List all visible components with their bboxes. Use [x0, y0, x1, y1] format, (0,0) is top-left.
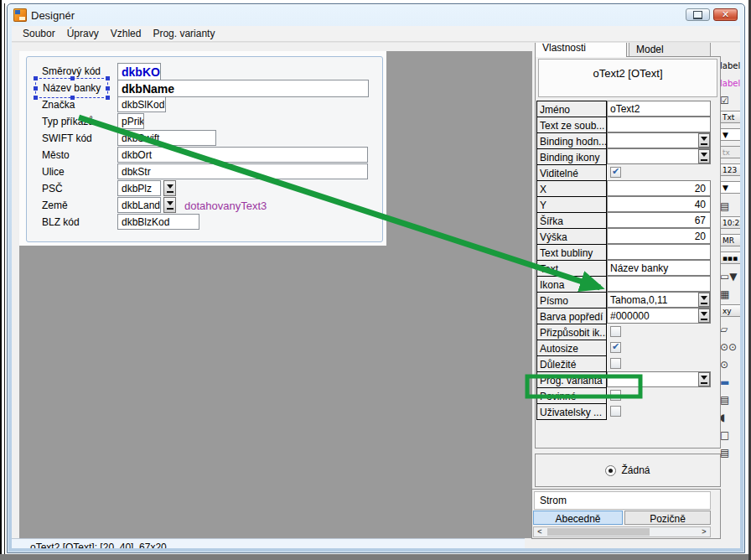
selection-handle[interactable] — [34, 96, 38, 100]
close-button[interactable]: ✕ — [713, 8, 738, 21]
minimize-button[interactable] — [686, 8, 710, 21]
designed-form-panel[interactable]: Směrový kóddkbKOdNázev bankydkbNameZnačk… — [26, 56, 383, 242]
title-bar[interactable]: Designér ✕ — [8, 4, 744, 26]
textbox-icon[interactable]: Txt — [720, 111, 740, 123]
button-icon[interactable]: ▬ — [720, 375, 740, 390]
selection-handle[interactable] — [106, 86, 110, 91]
prop-label[interactable]: Šířka — [536, 212, 607, 229]
prop-value[interactable] — [607, 244, 711, 260]
prop-dropdown-button[interactable] — [698, 309, 710, 323]
prop-checkbox[interactable] — [610, 358, 621, 369]
form-field-label[interactable]: Směrový kód — [42, 65, 101, 77]
menu-item-1[interactable]: Úpravy — [61, 26, 105, 41]
prop-value[interactable] — [607, 148, 711, 164]
combo-dropdown-button[interactable] — [163, 180, 176, 196]
prop-dropdown-button[interactable] — [698, 149, 710, 163]
menu-item-0[interactable]: Soubor — [17, 26, 61, 41]
label-icon[interactable]: label — [720, 58, 740, 73]
prop-label[interactable]: Text bubliny — [536, 244, 607, 261]
tab-page-icon[interactable]: xy — [720, 304, 740, 317]
prop-label[interactable]: Text ze soub... — [536, 117, 607, 133]
prop-label[interactable]: Písmo — [536, 292, 607, 309]
prop-checkbox[interactable] — [610, 342, 621, 353]
form-field-label[interactable]: BLZ kód — [42, 216, 80, 228]
prop-value[interactable] — [607, 371, 711, 387]
prop-label[interactable]: Autosize — [536, 340, 607, 356]
dropdown-icon[interactable]: ▼ — [720, 128, 740, 141]
linked-text-label[interactable]: dotahovanyText3 — [184, 200, 267, 212]
selection-handle[interactable] — [34, 76, 38, 80]
prop-value[interactable]: 67 — [607, 212, 711, 228]
prop-value[interactable]: #000000 — [607, 308, 711, 324]
prop-label[interactable]: Viditelné — [536, 164, 607, 181]
table-icon[interactable]: ▦ — [720, 287, 740, 302]
datetime-icon[interactable]: 10:25 — [720, 216, 740, 229]
form-field-label[interactable]: Město — [42, 149, 70, 161]
combo-dropdown-button[interactable] — [163, 197, 176, 213]
prop-checkbox[interactable] — [610, 406, 621, 417]
prop-checkbox[interactable] — [610, 167, 621, 178]
form-field-input[interactable]: dkbSlKod — [117, 96, 166, 112]
scroll-left-icon[interactable]: < — [534, 527, 546, 537]
group-icon[interactable]: ▱ — [720, 322, 740, 337]
selection-handle[interactable] — [106, 76, 110, 80]
prop-value[interactable] — [607, 276, 711, 292]
form-field-label[interactable]: Typ příkazů — [42, 116, 94, 127]
form-field-input[interactable]: dkbOrt — [117, 147, 368, 163]
prop-value[interactable] — [607, 117, 711, 132]
prop-label[interactable]: Binding ikony — [536, 148, 607, 165]
prop-value[interactable]: Tahoma,0,11 — [607, 292, 711, 308]
prop-checkbox[interactable] — [610, 390, 621, 401]
radio-group-icon[interactable]: ⊙⊙ — [720, 340, 740, 355]
combobox-icon[interactable]: ▭▼ — [720, 269, 740, 284]
form-field-input[interactable]: dkbBlzKod — [117, 214, 199, 230]
splitter-icon[interactable]: ▤ — [720, 445, 740, 460]
selection-handle[interactable] — [106, 96, 110, 100]
form-field-input[interactable]: dkbName — [117, 80, 369, 97]
dots-icon[interactable]: ▪▪▪ — [720, 251, 740, 264]
prop-label[interactable]: Přizpůsobit ik... — [536, 324, 607, 340]
dropdown2-icon[interactable]: ▼ — [720, 181, 740, 194]
prop-dropdown-button[interactable] — [698, 133, 710, 148]
prop-label[interactable]: Povinné — [536, 387, 607, 404]
prop-label[interactable]: Prog. varianta — [536, 371, 607, 388]
prop-value[interactable]: 20 — [607, 228, 711, 244]
prop-label[interactable]: Výška — [536, 228, 607, 245]
prop-value[interactable]: Název banky — [607, 260, 711, 276]
radio-zadna[interactable] — [605, 465, 616, 476]
form-field-label[interactable]: Ulice — [42, 166, 65, 178]
tree-sort-alphabetical-button[interactable]: Abecedně — [533, 511, 623, 525]
form-field-label[interactable]: Značka — [42, 99, 75, 111]
form-field-input[interactable]: dkbSwift — [117, 130, 216, 146]
prop-label[interactable]: Uživatelsky ... — [536, 403, 607, 420]
tree-horizontal-scrollbar[interactable]: < > — [533, 526, 711, 537]
prop-label[interactable]: X — [536, 180, 607, 197]
list-icon[interactable]: ▤ — [720, 392, 740, 407]
form-field-input[interactable]: dkbKOd — [117, 63, 161, 80]
prop-label[interactable]: Důležité — [536, 355, 607, 372]
menu-item-2[interactable]: Vzhled — [105, 26, 148, 41]
checkbox-icon[interactable]: ☑ — [720, 93, 740, 108]
grid-icon[interactable]: ▤ — [720, 199, 740, 214]
prop-value[interactable] — [607, 132, 711, 148]
selection-handle[interactable] — [34, 86, 38, 91]
form-field-label[interactable]: SWIFT kód — [42, 132, 92, 144]
form-field-input[interactable]: dkbLand — [117, 197, 161, 213]
prop-dropdown-button[interactable] — [698, 293, 710, 307]
prop-dropdown-button[interactable] — [698, 372, 710, 386]
prop-label[interactable]: Ikona — [536, 276, 607, 293]
prop-label[interactable]: Jméno — [536, 101, 607, 117]
label-colored-icon[interactable]: label — [720, 75, 740, 91]
form-field-input[interactable]: dbkStr — [117, 163, 368, 179]
prop-value[interactable]: 20 — [607, 180, 711, 196]
scroll-right-icon[interactable]: > — [698, 527, 710, 537]
bubble-icon[interactable]: ◖ — [720, 410, 740, 425]
menu-item-3[interactable]: Prog. varianty — [147, 26, 220, 41]
prop-label[interactable]: Binding hodn... — [536, 132, 607, 149]
number-field-icon[interactable]: 123 — [720, 163, 740, 176]
prop-label[interactable]: Barva popředí — [536, 308, 607, 324]
tab-vlastnosti[interactable]: Vlastnosti — [535, 42, 627, 57]
form-field-input[interactable]: dkbPlz — [117, 180, 161, 196]
prop-value[interactable]: 40 — [607, 196, 711, 212]
scrollbar-thumb[interactable] — [547, 528, 650, 536]
